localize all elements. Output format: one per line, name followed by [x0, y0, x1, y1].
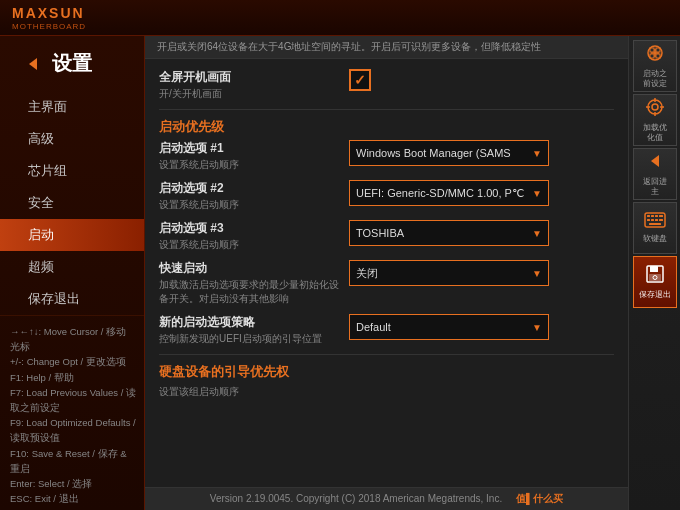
- svg-rect-7: [656, 54, 660, 58]
- disk-section-title: 硬盘设备的引导优先权: [159, 363, 614, 381]
- settings-title: 设置: [52, 50, 92, 77]
- boot-option-3-left: 启动选项 #3 设置系统启动顺序: [159, 220, 339, 252]
- boot-option-3-desc: 设置系统启动顺序: [159, 238, 339, 252]
- svg-rect-22: [655, 219, 658, 221]
- dropdown-3-arrow-icon: ▼: [532, 228, 542, 239]
- hint-text: F10: Save & Reset / 保存 & 重启: [10, 446, 136, 476]
- hint-text: F9: Load Optimized Defaults / 读取预设值: [10, 415, 136, 445]
- optimized-values-button[interactable]: 加载优化值: [633, 94, 677, 146]
- sidebar-item-高级[interactable]: 高级: [0, 123, 144, 155]
- svg-rect-24: [649, 223, 661, 225]
- main-panel: 开启或关闭64位设备在大于4G地址空间的寻址。开启后可识别更多设备，但降低稳定性…: [145, 36, 628, 510]
- boot-option-1-row: 启动选项 #1 设置系统启动顺序 Windows Boot Manager (S…: [159, 140, 614, 172]
- boot-option-1-desc: 设置系统启动顺序: [159, 158, 339, 172]
- sidebar-item-芯片组[interactable]: 芯片组: [0, 155, 144, 187]
- hint-text: →←↑↓: Move Cursor / 移动光标: [10, 324, 136, 354]
- svg-rect-23: [659, 219, 663, 221]
- new-boot-policy-row: 新的启动选项策略 控制新发现的UEFI启动项的引导位置 Default ▼: [159, 314, 614, 346]
- prev-settings-button[interactable]: 启动之前设定: [633, 40, 677, 92]
- boot-option-2-title: 启动选项 #2: [159, 180, 339, 197]
- boot-option-1-right: Windows Boot Manager (SAMS ▼: [349, 140, 614, 166]
- main-topbar-text: 开启或关闭64位设备在大于4G地址空间的寻址。开启后可识别更多设备，但降低稳定性: [145, 36, 628, 59]
- boot-option-3-row: 启动选项 #3 设置系统启动顺序 TOSHIBA ▼: [159, 220, 614, 252]
- right-panel: 启动之前设定 加载优化值 返回进主: [628, 36, 680, 510]
- boot-option-3-right: TOSHIBA ▼: [349, 220, 614, 246]
- sidebar-item-超频[interactable]: 超频: [0, 251, 144, 283]
- back-arrow-icon[interactable]: [20, 52, 44, 76]
- fast-boot-right: 关闭 ▼: [349, 260, 614, 286]
- fullscreen-checkbox[interactable]: ✓: [349, 69, 371, 91]
- fast-boot-arrow-icon: ▼: [532, 268, 542, 279]
- hint-text: F1: Help / 帮助: [10, 370, 136, 385]
- boot-option-3-dropdown[interactable]: TOSHIBA ▼: [349, 220, 549, 246]
- new-boot-policy-title: 新的启动选项策略: [159, 314, 339, 331]
- save-exit-label: 保存退出: [639, 290, 671, 300]
- new-boot-policy-right: Default ▼: [349, 314, 614, 340]
- boot-option-2-row: 启动选项 #2 设置系统启动顺序 UEFI: Generic-SD/MMC 1.…: [159, 180, 614, 212]
- boot-option-1-left: 启动选项 #1 设置系统启动顺序: [159, 140, 339, 172]
- boot-priority-label: 启动优先级: [159, 118, 614, 136]
- optimized-values-icon: [645, 97, 665, 121]
- sidebar-item-主界面[interactable]: 主界面: [0, 91, 144, 123]
- dropdown-1-arrow-icon: ▼: [532, 148, 542, 159]
- return-main-button[interactable]: 返回进主: [633, 148, 677, 200]
- sidebar-item-启动[interactable]: 启动: [0, 219, 144, 251]
- svg-rect-26: [650, 266, 658, 272]
- sidebar-header: 设置: [0, 36, 144, 87]
- new-boot-policy-dropdown[interactable]: Default ▼: [349, 314, 549, 340]
- keyboard-button[interactable]: 软键盘: [633, 202, 677, 254]
- divider: [159, 109, 614, 110]
- layout: 设置 主界面高级芯片组安全启动超频保存退出 →←↑↓: Move Cursor …: [0, 36, 680, 510]
- svg-rect-17: [651, 215, 654, 217]
- nav-menu: 主界面高级芯片组安全启动超频保存退出: [0, 91, 144, 315]
- topbar: MAXSUN MOTHERBOARD: [0, 0, 680, 36]
- new-boot-policy-desc: 控制新发现的UEFI启动项的引导位置: [159, 332, 339, 346]
- fast-boot-row: 快速启动 加载激活启动选项要求的最少量初始化设备开关。对启动没有其他影响 关闭 …: [159, 260, 614, 306]
- keyboard-label: 软键盘: [643, 234, 667, 244]
- save-exit-button[interactable]: 保存退出: [633, 256, 677, 308]
- logo: MAXSUN: [12, 5, 86, 21]
- fullscreen-option-left: 全屏开机画面 开/关开机画面: [159, 69, 339, 101]
- svg-marker-0: [29, 58, 37, 70]
- save-exit-icon: [645, 264, 665, 288]
- hint-text: +/-: Change Opt / 更改选项: [10, 354, 136, 369]
- sidebar-item-保存退出[interactable]: 保存退出: [0, 283, 144, 315]
- new-boot-policy-arrow-icon: ▼: [532, 322, 542, 333]
- brand-text: 值▌什么买: [516, 493, 563, 504]
- svg-rect-19: [659, 215, 663, 217]
- fast-boot-left: 快速启动 加载激活启动选项要求的最少量初始化设备开关。对启动没有其他影响: [159, 260, 339, 306]
- fullscreen-option-row: 全屏开机画面 开/关开机画面 ✓: [159, 69, 614, 101]
- divider-2: [159, 354, 614, 355]
- hint-text: Enter: Select / 选择: [10, 476, 136, 491]
- main-content: 全屏开机画面 开/关开机画面 ✓ 启动优先级 启动选项 #1 设置系统启动顺序: [145, 59, 628, 487]
- optimized-values-label: 加载优化值: [643, 123, 667, 142]
- disk-section: 硬盘设备的引导优先权 设置该组启动顺序: [159, 363, 614, 399]
- boot-option-3-title: 启动选项 #3: [159, 220, 339, 237]
- fullscreen-option-right: ✓: [349, 69, 614, 91]
- boot-option-1-value: Windows Boot Manager (SAMS: [356, 147, 528, 159]
- boot-option-2-dropdown[interactable]: UEFI: Generic-SD/MMC 1.00, P℃ ▼: [349, 180, 549, 206]
- svg-rect-20: [647, 219, 650, 221]
- boot-option-2-left: 启动选项 #2 设置系统启动顺序: [159, 180, 339, 212]
- sidebar: 设置 主界面高级芯片组安全启动超频保存退出 →←↑↓: Move Cursor …: [0, 36, 145, 510]
- svg-rect-5: [656, 48, 660, 52]
- prev-settings-icon: [645, 43, 665, 67]
- fast-boot-title: 快速启动: [159, 260, 339, 277]
- fast-boot-dropdown[interactable]: 关闭 ▼: [349, 260, 549, 286]
- sidebar-item-安全[interactable]: 安全: [0, 187, 144, 219]
- boot-option-2-value: UEFI: Generic-SD/MMC 1.00, P℃: [356, 187, 528, 200]
- keyboard-icon: [644, 212, 666, 232]
- version-text: Version 2.19.0045. Copyright (C) 2018 Am…: [210, 493, 502, 504]
- new-boot-policy-left: 新的启动选项策略 控制新发现的UEFI启动项的引导位置: [159, 314, 339, 346]
- svg-rect-4: [650, 48, 654, 52]
- svg-rect-18: [655, 215, 658, 217]
- return-main-label: 返回进主: [643, 177, 667, 196]
- logo-sub: MOTHERBOARD: [12, 22, 86, 31]
- prev-settings-label: 启动之前设定: [643, 69, 667, 88]
- hint-text: F7: Load Previous Values / 读取之前设定: [10, 385, 136, 415]
- fast-boot-desc: 加载激活启动选项要求的最少量初始化设备开关。对启动没有其他影响: [159, 278, 339, 306]
- boot-option-1-dropdown[interactable]: Windows Boot Manager (SAMS ▼: [349, 140, 549, 166]
- sidebar-hints: →←↑↓: Move Cursor / 移动光标+/-: Change Opt …: [0, 315, 144, 510]
- svg-point-8: [648, 100, 662, 114]
- svg-rect-21: [651, 219, 654, 221]
